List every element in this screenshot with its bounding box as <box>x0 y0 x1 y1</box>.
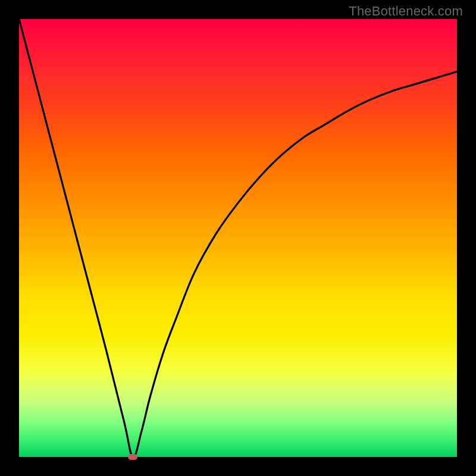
plot-area <box>19 19 457 457</box>
bottleneck-curve <box>19 19 457 457</box>
source-watermark: TheBottleneck.com <box>349 4 463 19</box>
curve-svg <box>19 19 457 457</box>
minimum-marker <box>128 454 137 460</box>
chart-stage: TheBottleneck.com <box>0 0 476 476</box>
